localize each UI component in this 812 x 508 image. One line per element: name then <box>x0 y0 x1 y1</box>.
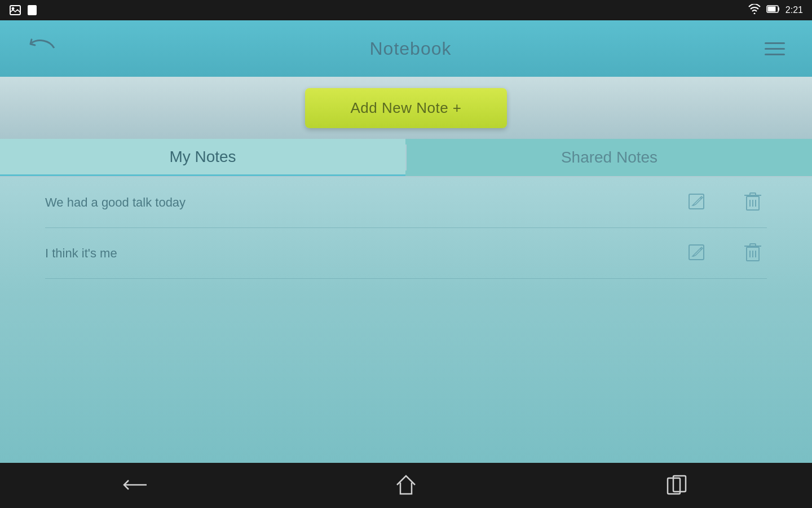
svg-rect-6 <box>767 7 775 12</box>
svg-rect-11 <box>750 193 756 195</box>
svg-rect-0 <box>10 6 20 15</box>
note-text-2: I think it's me <box>45 246 682 261</box>
note-actions-2 <box>682 237 767 269</box>
svg-line-8 <box>700 198 701 199</box>
battery-icon <box>766 5 780 16</box>
menu-line-3 <box>765 54 785 55</box>
wifi-icon <box>748 4 761 16</box>
tab-shared-notes[interactable]: Shared Notes <box>407 139 812 176</box>
svg-line-16 <box>700 248 701 249</box>
app-title: Notebook <box>370 38 452 59</box>
nav-back-button[interactable] <box>116 468 155 503</box>
status-bar: 2:21 <box>0 0 812 20</box>
menu-button[interactable] <box>760 38 789 60</box>
note-item-2: I think it's me <box>45 228 767 279</box>
note-text-1: We had a good talk today <box>45 195 682 210</box>
image-icon <box>9 4 21 16</box>
notes-list: We had a good talk today <box>0 177 812 463</box>
delete-note-1-button[interactable] <box>739 186 767 218</box>
time-display: 2:21 <box>785 5 803 15</box>
nav-home-button[interactable] <box>387 466 425 506</box>
svg-rect-2 <box>28 6 36 15</box>
svg-rect-19 <box>750 244 756 246</box>
nav-recents-button[interactable] <box>657 466 696 506</box>
menu-line-2 <box>765 48 785 50</box>
note-item-1: We had a good talk today <box>45 177 767 228</box>
note-actions-1 <box>682 186 767 218</box>
back-button[interactable] <box>23 33 61 65</box>
svg-rect-5 <box>778 7 779 11</box>
menu-line-1 <box>765 42 785 44</box>
bottom-nav <box>0 463 812 508</box>
status-bar-left <box>9 4 38 16</box>
delete-note-2-button[interactable] <box>739 237 767 269</box>
status-bar-right: 2:21 <box>748 4 803 16</box>
app-bar: Notebook <box>0 20 812 77</box>
edit-note-2-button[interactable] <box>682 238 710 268</box>
tab-my-notes[interactable]: My Notes <box>0 139 405 176</box>
task-icon <box>26 4 38 16</box>
svg-point-3 <box>753 13 755 15</box>
add-note-button[interactable]: Add New Note + <box>305 88 506 128</box>
tabs-container: My Notes Shared Notes <box>0 139 812 177</box>
add-note-section: Add New Note + <box>0 77 812 139</box>
edit-note-1-button[interactable] <box>682 187 710 217</box>
